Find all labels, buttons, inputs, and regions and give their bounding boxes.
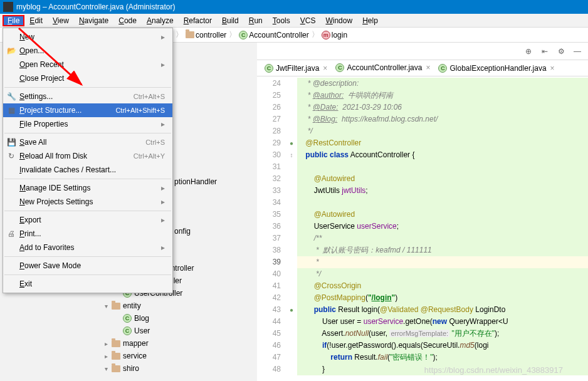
menu-run[interactable]: Run bbox=[244, 15, 268, 26]
tree-item[interactable]: ▾entity bbox=[100, 300, 251, 312]
class-icon: C bbox=[239, 31, 248, 39]
tree-item[interactable]: CBlog bbox=[100, 312, 251, 325]
menu-item-exit[interactable]: Exit bbox=[3, 277, 172, 291]
editor-tab[interactable]: CAccountController.java× bbox=[332, 60, 434, 76]
menu-item-manage-ide-settings[interactable]: Manage IDE Settings▸ bbox=[3, 181, 172, 195]
folder-icon bbox=[112, 353, 120, 360]
menu-item-project-structure-[interactable]: ▦Project Structure...Ctrl+Alt+Shift+S bbox=[3, 103, 172, 117]
app-icon bbox=[3, 2, 13, 12]
watermark-text: https://blog.csdn.net/weixin_43883917 bbox=[424, 365, 563, 375]
window-title: myblog – AccountController.java (Adminis… bbox=[16, 0, 175, 14]
menu-tools[interactable]: Tools bbox=[268, 15, 295, 26]
file-menu-dropdown: New▸📂Open...Open Recent▸Close Project🔧Se… bbox=[3, 28, 173, 293]
tree-item[interactable]: ▾shiro bbox=[100, 362, 251, 375]
tree-expander[interactable]: ▾ bbox=[103, 365, 109, 372]
breadcrumb-label: controller bbox=[196, 31, 226, 39]
menu-item-settings-[interactable]: 🔧Settings...Ctrl+Alt+S bbox=[3, 90, 172, 103]
folder-icon bbox=[112, 303, 120, 310]
class-icon: C bbox=[265, 64, 273, 73]
menu-file[interactable]: File bbox=[3, 15, 24, 26]
menu-refactor[interactable]: Refactor bbox=[179, 15, 217, 26]
menu-view[interactable]: View bbox=[48, 15, 74, 26]
editor-tab[interactable]: CGlobalExceptionHandler.java× bbox=[434, 60, 559, 76]
method-icon: m bbox=[322, 31, 330, 39]
editor-tabs: CJwtFilter.java×CAccountController.java×… bbox=[257, 60, 588, 76]
menu-item-new[interactable]: New▸ bbox=[3, 30, 172, 44]
source-code[interactable]: * @description: * @author: 牛哄哄的柯南 * @Dat… bbox=[297, 76, 588, 381]
tree-expander[interactable]: ▸ bbox=[103, 340, 109, 347]
chevron-right-icon: 〉 bbox=[176, 29, 183, 40]
class-icon: C bbox=[123, 326, 132, 335]
tree-item[interactable]: ▸mapper bbox=[100, 337, 251, 350]
folder-icon bbox=[112, 365, 120, 372]
menu-item-invalidate-caches-restart-[interactable]: Invalidate Caches / Restart... bbox=[3, 163, 172, 177]
menu-analyze[interactable]: Analyze bbox=[142, 15, 179, 26]
breadcrumb-label: AccountController bbox=[249, 31, 308, 39]
editor-panel: ⊕ ⇤ ⚙ — CJwtFilter.java×CAccountControll… bbox=[257, 43, 588, 381]
tree-expander[interactable]: ▾ bbox=[103, 303, 109, 310]
class-icon: C bbox=[123, 314, 132, 323]
menu-navigate[interactable]: Navigate bbox=[74, 15, 113, 26]
tree-item-partial: ptionHandler bbox=[174, 177, 217, 186]
chevron-right-icon: 〉 bbox=[312, 29, 319, 40]
tree-expander[interactable]: ▸ bbox=[103, 353, 109, 360]
menu-item-open-[interactable]: 📂Open... bbox=[3, 44, 172, 58]
menu-edit[interactable]: Edit bbox=[24, 15, 48, 26]
class-icon: C bbox=[335, 63, 344, 72]
breadcrumb-class[interactable]: C AccountController bbox=[239, 31, 308, 39]
menu-item-save-all[interactable]: 💾Save AllCtrl+S bbox=[3, 135, 172, 149]
menu-item-close-project[interactable]: Close Project bbox=[3, 71, 172, 85]
target-icon[interactable]: ⊕ bbox=[523, 46, 534, 57]
editor-tab[interactable]: CJwtFilter.java× bbox=[261, 60, 332, 76]
breadcrumb-method[interactable]: m login bbox=[322, 31, 347, 39]
menu-item-print-[interactable]: 🖨Print... bbox=[3, 227, 172, 241]
menu-item-reload-all-from-disk[interactable]: ↻Reload All from DiskCtrl+Alt+Y bbox=[3, 149, 172, 163]
breadcrumb-package[interactable]: controller bbox=[186, 31, 226, 39]
minimize-icon[interactable]: — bbox=[572, 46, 583, 57]
menu-code[interactable]: Code bbox=[113, 15, 142, 26]
menu-build[interactable]: Build bbox=[217, 15, 244, 26]
folder-icon bbox=[112, 340, 120, 347]
menubar: FileEditViewNavigateCodeAnalyzeRefactorB… bbox=[0, 14, 588, 28]
gear-icon[interactable]: ⚙ bbox=[555, 46, 567, 57]
editor-toolbar: ⊕ ⇤ ⚙ — bbox=[257, 43, 588, 60]
chevron-right-icon: 〉 bbox=[229, 29, 236, 40]
close-icon[interactable]: × bbox=[550, 64, 555, 73]
breadcrumb-label: login bbox=[332, 31, 347, 39]
menu-item-new-projects-settings[interactable]: New Projects Settings▸ bbox=[3, 195, 172, 209]
code-editor[interactable]: 2425262728293031323334353637383940414243… bbox=[257, 76, 588, 381]
close-icon[interactable]: × bbox=[323, 64, 327, 73]
class-icon: C bbox=[438, 64, 447, 73]
tree-item[interactable]: ▸service bbox=[100, 350, 251, 362]
folder-icon bbox=[186, 31, 194, 38]
gutter-marks: ●↕ ● bbox=[286, 76, 297, 381]
menu-item-add-to-favorites[interactable]: Add to Favorites▸ bbox=[3, 241, 172, 254]
titlebar: myblog – AccountController.java (Adminis… bbox=[0, 0, 588, 14]
tree-item-partial: onfig bbox=[174, 227, 191, 236]
line-gutter: 2425262728293031323334353637383940414243… bbox=[257, 76, 286, 381]
menu-item-file-properties[interactable]: File Properties▸ bbox=[3, 117, 172, 131]
menu-item-export[interactable]: Export▸ bbox=[3, 213, 172, 227]
close-icon[interactable]: × bbox=[426, 63, 430, 72]
menu-item-open-recent[interactable]: Open Recent▸ bbox=[3, 58, 172, 71]
menu-vcs[interactable]: VCS bbox=[295, 15, 321, 26]
menu-window[interactable]: Window bbox=[320, 15, 357, 26]
tree-item[interactable]: CUser bbox=[100, 325, 251, 337]
menu-help[interactable]: Help bbox=[357, 15, 383, 26]
menu-item-power-save-mode[interactable]: Power Save Mode bbox=[3, 259, 172, 273]
collapse-icon[interactable]: ⇤ bbox=[539, 46, 550, 57]
